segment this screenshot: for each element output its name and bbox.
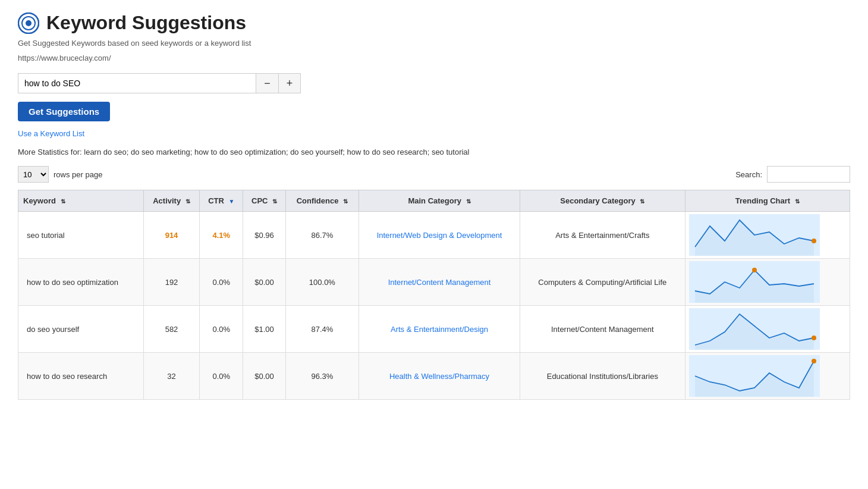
cell-cpc: $0.96 bbox=[243, 212, 286, 259]
col-cpc[interactable]: CPC ⇅ bbox=[243, 190, 286, 212]
keyword-sort-icon: ⇅ bbox=[61, 198, 65, 205]
col-ctr[interactable]: CTR ▼ bbox=[200, 190, 243, 212]
svg-marker-3 bbox=[695, 220, 814, 256]
rows-per-page-label: rows per page bbox=[54, 170, 102, 179]
cell-ctr: 0.0% bbox=[200, 353, 243, 400]
svg-point-8 bbox=[812, 336, 816, 340]
cell-keyword: seo tutorial bbox=[18, 212, 144, 259]
col-activity[interactable]: Activity ⇅ bbox=[143, 190, 200, 212]
table-row: how to do seo optimization 192 0.0% $0.0… bbox=[18, 259, 850, 306]
confidence-sort-icon: ⇅ bbox=[343, 198, 348, 205]
cell-confidence: 100.0% bbox=[285, 259, 358, 306]
trend-chart bbox=[689, 214, 820, 256]
minus-button[interactable]: − bbox=[256, 73, 278, 93]
main-cat-sort-icon: ⇅ bbox=[466, 198, 471, 205]
cell-cpc: $0.00 bbox=[243, 259, 286, 306]
cell-confidence: 86.7% bbox=[285, 212, 358, 259]
cell-main-category: Arts & Entertainment/Design bbox=[358, 306, 520, 353]
more-stats: More Statistics for: learn do seo; do se… bbox=[18, 148, 850, 156]
cell-confidence: 96.3% bbox=[285, 353, 358, 400]
search-label: Search: bbox=[735, 170, 762, 179]
cell-keyword: do seo yourself bbox=[18, 306, 144, 353]
rows-select-row: 10 25 50 100 rows per page bbox=[18, 166, 102, 183]
trend-chart bbox=[689, 308, 820, 350]
more-stats-label: More Statistics for: bbox=[18, 148, 82, 156]
cell-keyword: how to do seo optimization bbox=[18, 259, 144, 306]
page-header: Keyword Suggestions bbox=[18, 12, 850, 34]
svg-point-4 bbox=[812, 239, 816, 243]
table-row: do seo yourself 582 0.0% $1.00 87.4% Art… bbox=[18, 306, 850, 353]
col-main-category[interactable]: Main Category ⇅ bbox=[358, 190, 520, 212]
svg-point-6 bbox=[752, 268, 757, 272]
sec-cat-sort-icon: ⇅ bbox=[640, 198, 644, 205]
col-trending-chart[interactable]: Trending Chart ⇅ bbox=[685, 190, 850, 212]
col-keyword[interactable]: Keyword ⇅ bbox=[18, 190, 144, 212]
svg-point-10 bbox=[812, 359, 816, 363]
rows-per-page-select[interactable]: 10 25 50 100 bbox=[18, 166, 49, 183]
cell-ctr: 0.0% bbox=[200, 259, 243, 306]
search-input[interactable] bbox=[767, 166, 850, 183]
cell-keyword: how to do seo research bbox=[18, 353, 144, 400]
col-confidence[interactable]: Confidence ⇅ bbox=[285, 190, 358, 212]
table-row: seo tutorial 914 4.1% $0.96 86.7% Intern… bbox=[18, 212, 850, 259]
cell-activity: 914 bbox=[143, 212, 200, 259]
cell-chart bbox=[685, 212, 850, 259]
cell-chart bbox=[685, 259, 850, 306]
trend-chart bbox=[689, 355, 820, 397]
page-subtitle: Get Suggested Keywords based on seed key… bbox=[18, 39, 850, 48]
activity-sort-icon: ⇅ bbox=[185, 198, 190, 205]
get-suggestions-button[interactable]: Get Suggestions bbox=[18, 102, 110, 121]
cell-cpc: $0.00 bbox=[243, 353, 286, 400]
keyword-input-row: − + bbox=[18, 73, 850, 93]
cell-ctr: 4.1% bbox=[200, 212, 243, 259]
cell-secondary-category: Educational Institutions/Libraries bbox=[520, 353, 685, 400]
target-icon bbox=[18, 12, 39, 34]
cell-confidence: 87.4% bbox=[285, 306, 358, 353]
table-header-row: Keyword ⇅ Activity ⇅ CTR ▼ CPC ⇅ Confide… bbox=[18, 190, 850, 212]
cell-main-category: Health & Wellness/Pharmacy bbox=[358, 353, 520, 400]
table-controls: 10 25 50 100 rows per page Search: bbox=[18, 166, 850, 183]
keyword-list-link[interactable]: Use a Keyword List bbox=[18, 129, 84, 138]
cell-main-category: Internet/Content Management bbox=[358, 259, 520, 306]
cell-chart bbox=[685, 306, 850, 353]
cell-secondary-category: Computers & Computing/Artificial Life bbox=[520, 259, 685, 306]
cell-activity: 32 bbox=[143, 353, 200, 400]
cell-main-category: Internet/Web Design & Development bbox=[358, 212, 520, 259]
cell-chart bbox=[685, 353, 850, 400]
keyword-input[interactable] bbox=[18, 73, 256, 93]
trend-chart bbox=[689, 261, 820, 303]
svg-marker-5 bbox=[695, 270, 814, 303]
svg-point-2 bbox=[26, 20, 32, 26]
page-title: Keyword Suggestions bbox=[46, 12, 246, 34]
cell-cpc: $1.00 bbox=[243, 306, 286, 353]
col-secondary-category[interactable]: Secondary Category ⇅ bbox=[520, 190, 685, 212]
svg-marker-7 bbox=[695, 314, 814, 350]
more-stats-keywords: learn do seo; do seo marketing; how to d… bbox=[84, 148, 469, 156]
cell-activity: 192 bbox=[143, 259, 200, 306]
cell-ctr: 0.0% bbox=[200, 306, 243, 353]
chart-sort-icon: ⇅ bbox=[795, 198, 800, 205]
plus-button[interactable]: + bbox=[278, 73, 301, 93]
cell-secondary-category: Arts & Entertainment/Crafts bbox=[520, 212, 685, 259]
keywords-table: Keyword ⇅ Activity ⇅ CTR ▼ CPC ⇅ Confide… bbox=[18, 190, 850, 400]
svg-marker-9 bbox=[695, 361, 814, 397]
cell-activity: 582 bbox=[143, 306, 200, 353]
cpc-sort-icon: ⇅ bbox=[272, 198, 277, 205]
ctr-sort-icon: ▼ bbox=[229, 198, 235, 205]
page-url: https://www.bruceclay.com/ bbox=[18, 54, 850, 62]
table-row: how to do seo research 32 0.0% $0.00 96.… bbox=[18, 353, 850, 400]
cell-secondary-category: Internet/Content Management bbox=[520, 306, 685, 353]
search-row: Search: bbox=[735, 166, 850, 183]
